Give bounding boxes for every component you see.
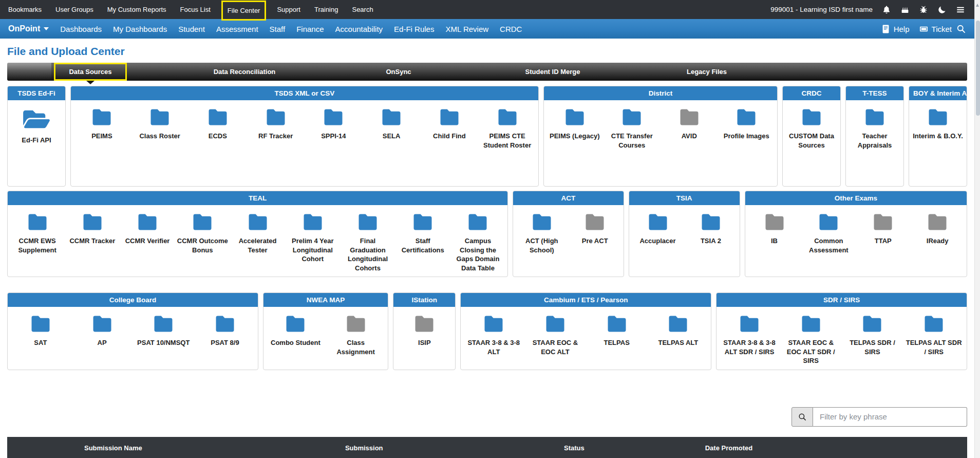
nav-item-ed-fi-rules[interactable]: Ed-Fi Rules (394, 25, 434, 33)
tab-legacy-files[interactable]: Legacy Files (630, 63, 784, 81)
folder-item-rf-tracker[interactable]: RF Tracker (247, 107, 305, 141)
ticket-button[interactable]: Ticket (919, 24, 952, 34)
folder-item-telpas[interactable]: TELPAS (586, 314, 648, 347)
folder-item-combo-student[interactable]: Combo Student (266, 314, 326, 347)
moon-icon[interactable] (937, 5, 947, 14)
topbar-item-focus-list[interactable]: Focus List (180, 6, 211, 13)
topbar-item-training[interactable]: Training (314, 6, 338, 13)
brand-label: OnPoint (8, 24, 40, 33)
folder-item-ecds[interactable]: ECDS (189, 107, 247, 141)
nav-item-xml-review[interactable]: XML Review (445, 25, 488, 33)
folder-item-class-assignment[interactable]: Class Assignment (326, 314, 386, 356)
card-title: District (544, 86, 777, 100)
nav-item-finance[interactable]: Finance (296, 25, 324, 33)
folder-item-teacher-appraisals[interactable]: Teacher Appraisals (848, 107, 901, 150)
folder-item-staar-eoc-eoc-alt-sdr-sirs[interactable]: STAAR EOC & EOC ALT SDR / SIRS (780, 314, 842, 365)
nav-item-staff[interactable]: Staff (270, 25, 286, 33)
folder-item-psat-10-nmsqt[interactable]: PSAT 10/NMSQT (133, 314, 194, 347)
card-row-1: TSDS Ed-FiEd-Fi APITSDS XML or CSVPEIMSC… (7, 86, 967, 187)
tab-onsync[interactable]: OnSync (322, 63, 476, 81)
folder-item-interim-b-o-y[interactable]: Interim & B.O.Y. (911, 107, 965, 141)
folder-item-pre-act[interactable]: Pre ACT (568, 212, 621, 246)
topbar-item-support[interactable]: Support (277, 6, 300, 13)
search-icon[interactable] (956, 24, 966, 34)
folder-item-psat-8-9[interactable]: PSAT 8/9 (194, 314, 256, 347)
nav-item-student[interactable]: Student (178, 25, 205, 33)
card-istation: IStationISIP (393, 292, 456, 370)
bug-icon[interactable] (919, 5, 928, 14)
nav-item-assessment[interactable]: Assessment (216, 25, 258, 33)
folder-item-common-assessment[interactable]: Common Assessment (801, 212, 856, 254)
folder-item-final-graduation-longitudinal-cohorts[interactable]: Final Graduation Longitudinal Cohorts (340, 212, 395, 272)
folder-icon (381, 107, 402, 127)
topbar-item-bookmarks[interactable]: Bookmarks (8, 6, 42, 13)
folder-item-sat[interactable]: SAT (10, 314, 71, 347)
card-district: DistrictPEIMS (Legacy)CTE Transfer Cours… (543, 86, 778, 187)
tab-data-sources[interactable]: Data Sources (13, 63, 167, 81)
folder-item-child-find[interactable]: Child Find (421, 107, 479, 141)
nav-item-accountability[interactable]: Accountability (335, 25, 383, 33)
folder-item-telpas-sdr-sirs[interactable]: TELPAS SDR / SIRS (842, 314, 903, 356)
folder-item-class-roster[interactable]: Class Roster (131, 107, 189, 141)
nav-item-crdc[interactable]: CRDC (500, 25, 522, 33)
folder-item-ttap[interactable]: TTAP (856, 212, 910, 246)
folder-item-staar-eoc-eoc-alt[interactable]: STAAR EOC & EOC ALT (524, 314, 586, 356)
folder-item-cte-transfer-courses[interactable]: CTE Transfer Courses (604, 107, 661, 150)
folder-item-prelim-4-year-longitudinal-cohort[interactable]: Prelim 4 Year Longitudinal Cohort (285, 212, 340, 264)
folder-item-campus-closing-the-gaps-domain-data-table[interactable]: Campus Closing the Gaps Domain Data Tabl… (450, 212, 505, 272)
topbar-item-my-custom-reports[interactable]: My Custom Reports (107, 6, 166, 13)
folder-item-staar-3-8-3-8-alt[interactable]: STAAR 3-8 & 3-8 ALT (463, 314, 524, 356)
folder-icon (872, 212, 894, 232)
folder-item-label: Staff Certifications (397, 236, 449, 254)
folder-item-peims-cte-student-roster[interactable]: PEIMS CTE Student Roster (478, 107, 536, 150)
folder-icon (861, 314, 883, 334)
folder-item-avid[interactable]: AVID (661, 107, 718, 141)
topbar-item-user-groups[interactable]: User Groups (55, 6, 93, 13)
folder-item-act-high-school[interactable]: ACT (High School) (515, 212, 568, 254)
folder-item-accuplacer[interactable]: Accuplacer (631, 212, 684, 246)
folder-item-sela[interactable]: SELA (363, 107, 421, 141)
filter-row (0, 407, 967, 427)
folder-item-tsia-2[interactable]: TSIA 2 (684, 212, 737, 246)
folder-item-telpas-alt[interactable]: TELPAS ALT (648, 314, 709, 347)
folder-item-ccmr-tracker[interactable]: CCMR Tracker (65, 212, 120, 246)
folder-item-ccmr-verifier[interactable]: CCMR Verifier (120, 212, 175, 246)
filter-search-button[interactable] (791, 407, 813, 427)
folder-item-ap[interactable]: AP (71, 314, 133, 347)
folder-item-sppi-14[interactable]: SPPI-14 (305, 107, 363, 141)
folder-item-profile-images[interactable]: Profile Images (718, 107, 776, 141)
topbar-item-search[interactable]: Search (352, 6, 373, 13)
tab-student-id-merge[interactable]: Student ID Merge (476, 63, 630, 81)
nav-item-my-dashboards[interactable]: My Dashboards (113, 25, 167, 33)
folder-open-icon (22, 107, 51, 131)
folder-item-ed-fi-api[interactable]: Ed-Fi API (10, 107, 63, 145)
brand-onpoint[interactable]: OnPoint (8, 24, 49, 33)
folder-item-label: Teacher Appraisals (850, 132, 900, 150)
topbar-item-file-center[interactable]: File Center (221, 1, 267, 21)
cake-icon[interactable] (900, 5, 910, 14)
menu-icon[interactable] (956, 5, 965, 14)
folder-item-custom-data-sources[interactable]: CUSTOM Data Sources (785, 107, 838, 150)
folder-item-ccmr-ews-supplement[interactable]: CCMR EWS Supplement (10, 212, 65, 254)
folder-item-peims-legacy[interactable]: PEIMS (Legacy) (546, 107, 604, 141)
folder-item-label: CTE Transfer Courses (605, 132, 659, 150)
folder-icon (214, 314, 236, 334)
folder-item-isip[interactable]: ISIP (395, 314, 453, 347)
scrollbar-thumb[interactable] (976, 21, 980, 116)
folder-item-ccmr-outcome-bonus[interactable]: CCMR Outcome Bonus (175, 212, 230, 254)
help-button[interactable]: Help (881, 24, 910, 34)
folder-item-staar-3-8-3-8-alt-sdr-sirs[interactable]: STAAR 3-8 & 3-8 ALT SDR / SIRS (719, 314, 780, 356)
folder-item-staff-certifications[interactable]: Staff Certifications (395, 212, 450, 254)
filter-input[interactable] (813, 407, 967, 427)
folder-item-ib[interactable]: IB (747, 212, 802, 246)
nav-item-dashboards[interactable]: Dashboards (60, 25, 102, 33)
folder-item-peims[interactable]: PEIMS (73, 107, 131, 141)
folder-icon (149, 107, 171, 127)
folder-item-iready[interactable]: IReady (910, 212, 965, 246)
folder-item-accelerated-tester[interactable]: Accelerated Tester (230, 212, 285, 254)
folder-item-telpas-alt-sdr-sirs[interactable]: TELPAS ALT SDR / SIRS (903, 314, 965, 356)
scrollbar[interactable] (974, 0, 980, 458)
bell-icon[interactable] (882, 5, 891, 14)
folder-icon (606, 314, 628, 334)
tab-data-reconciliation[interactable]: Data Reconciliation (167, 63, 322, 81)
